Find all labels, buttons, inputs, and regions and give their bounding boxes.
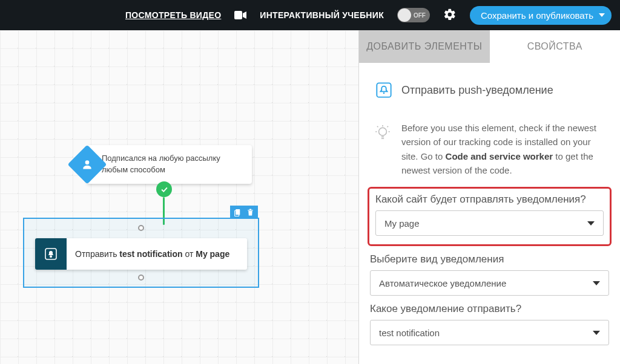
gear-icon[interactable] bbox=[443, 8, 457, 23]
toggle-state-label: OFF bbox=[414, 12, 426, 19]
field-which-notification-value: test notification bbox=[379, 328, 440, 338]
chevron-down-icon bbox=[593, 331, 600, 335]
connector-dot-top[interactable] bbox=[138, 225, 144, 231]
svg-rect-5 bbox=[249, 209, 251, 210]
workflow-canvas[interactable]: Подписался на любую рассылку любым спосо… bbox=[0, 30, 358, 364]
bell-outline-icon bbox=[375, 81, 393, 99]
panel-tabs: ДОБАВИТЬ ЭЛЕМЕНТЫ СВОЙСТВА bbox=[359, 30, 620, 63]
svg-line-17 bbox=[388, 126, 389, 128]
action-node-selection[interactable]: Отправить test notification от My page bbox=[23, 218, 259, 288]
svg-rect-4 bbox=[248, 210, 253, 210]
watch-video-link[interactable]: ПОСМОТРЕТЬ ВИДЕО bbox=[125, 10, 221, 20]
svg-point-1 bbox=[85, 160, 90, 164]
field-notification-type-select[interactable]: Автоматическое уведомление bbox=[370, 270, 609, 296]
field-which-notification-select[interactable]: test notification bbox=[370, 320, 609, 345]
checkmark-icon bbox=[156, 181, 172, 197]
svg-rect-2 bbox=[236, 209, 240, 215]
svg-point-10 bbox=[379, 128, 387, 135]
toggle-knob bbox=[398, 8, 411, 22]
properties-panel: ДОБАВИТЬ ЭЛЕМЕНТЫ СВОЙСТВА Отправить pus… bbox=[358, 30, 620, 364]
main-area: Подписался на любую рассылку любым спосо… bbox=[0, 30, 620, 364]
svg-point-9 bbox=[383, 93, 385, 94]
tab-add-elements[interactable]: ДОБАВИТЬ ЭЛЕМЕНТЫ bbox=[359, 30, 490, 63]
interactive-tutorial-label: ИНТЕРАКТИВНЫЙ УЧЕБНИК bbox=[260, 10, 384, 20]
chevron-down-icon bbox=[587, 221, 595, 226]
field-which-notification: Какое уведомление отправить? test notifi… bbox=[359, 299, 620, 349]
svg-point-7 bbox=[50, 256, 51, 257]
field-notification-type: Выберите вид уведомления Автоматическое … bbox=[359, 250, 620, 299]
node-toolbar bbox=[230, 206, 258, 219]
trash-icon[interactable] bbox=[246, 208, 254, 217]
bell-icon bbox=[35, 238, 67, 270]
field-site-select[interactable]: My page bbox=[375, 210, 604, 236]
panel-header: Отправить push-уведомление bbox=[359, 63, 620, 106]
svg-line-16 bbox=[377, 126, 378, 128]
field-notification-type-label: Выберите вид уведомления bbox=[370, 253, 609, 265]
action-node-label: Отправить test notification от My page bbox=[67, 249, 229, 259]
tab-properties[interactable]: СВОЙСТВА bbox=[490, 30, 621, 63]
save-and-publish-button[interactable]: Сохранить и опубликовать bbox=[470, 6, 612, 25]
field-which-notification-label: Какое уведомление отправить? bbox=[370, 303, 609, 315]
video-camera-icon bbox=[234, 11, 246, 19]
field-site-label: Какой сайт будет отправлять уведомления? bbox=[375, 193, 604, 206]
action-node-card[interactable]: Отправить test notification от My page bbox=[35, 238, 247, 270]
top-bar: ПОСМОТРЕТЬ ВИДЕО ИНТЕРАКТИВНЫЙ УЧЕБНИК O… bbox=[0, 0, 620, 30]
panel-title: Отправить push-уведомление bbox=[401, 84, 553, 97]
panel-body: Отправить push-уведомление Before you us… bbox=[359, 63, 620, 364]
tutorial-toggle[interactable]: OFF bbox=[397, 8, 430, 22]
svg-rect-8 bbox=[377, 83, 391, 97]
trigger-node[interactable]: Подписался на любую рассылку любым спосо… bbox=[87, 145, 252, 184]
duplicate-icon[interactable] bbox=[234, 208, 242, 217]
info-message: Before you use this element, check if th… bbox=[359, 106, 620, 183]
trigger-node-label: Подписался на любую рассылку любым спосо… bbox=[102, 153, 243, 176]
chevron-down-icon bbox=[593, 281, 600, 285]
person-icon bbox=[67, 145, 107, 184]
svg-rect-0 bbox=[234, 11, 242, 19]
lightbulb-icon bbox=[375, 125, 392, 177]
field-site: Какой сайт будет отправлять уведомления?… bbox=[368, 187, 612, 246]
field-site-value: My page bbox=[384, 218, 420, 229]
field-notification-type-value: Автоматическое уведомление bbox=[379, 278, 506, 288]
info-text: Before you use this element, check if th… bbox=[401, 121, 604, 177]
connector-dot-bottom[interactable] bbox=[138, 275, 144, 281]
